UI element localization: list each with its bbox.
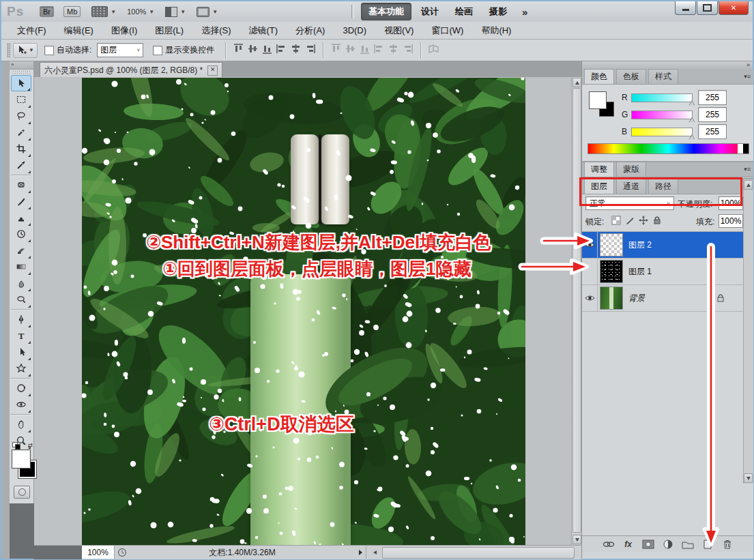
vertical-scroll-thumb[interactable] bbox=[572, 88, 581, 533]
layer-thumbnail[interactable] bbox=[600, 260, 623, 283]
rect-marquee-tool[interactable] bbox=[11, 91, 31, 108]
eraser-tool[interactable] bbox=[11, 242, 31, 259]
opacity-value[interactable]: 100% bbox=[719, 196, 743, 210]
layer-thumbnail[interactable] bbox=[600, 286, 623, 310]
horizontal-scroll-thumb[interactable] bbox=[382, 547, 575, 559]
hand-tool[interactable] bbox=[11, 416, 31, 432]
slider-thumb-icon[interactable] bbox=[689, 118, 695, 123]
menu-item-11[interactable]: 帮助(H) bbox=[472, 22, 520, 40]
view-extras-button[interactable]: ▼ bbox=[165, 7, 186, 17]
custom-shape-tool[interactable] bbox=[11, 360, 31, 377]
color-spectrum-ramp[interactable] bbox=[588, 143, 749, 154]
align-left-edges-button[interactable] bbox=[274, 43, 289, 57]
align-vertical-centers-button[interactable] bbox=[246, 43, 260, 57]
add-layer-mask-icon[interactable] bbox=[642, 539, 654, 550]
lock-transparency-icon[interactable] bbox=[611, 215, 622, 226]
collapse-tools-button[interactable]: » bbox=[10, 61, 33, 70]
menu-item-10[interactable]: 窗口(W) bbox=[422, 22, 472, 40]
grip-handle[interactable] bbox=[7, 43, 10, 58]
layers-tab-1[interactable]: 图层 bbox=[584, 179, 614, 194]
slider-thumb-icon[interactable] bbox=[689, 101, 695, 106]
channel-slider-g[interactable] bbox=[631, 110, 693, 119]
canvas-image[interactable]: ②Shift+Ctrl+N新建图层,并Alt+Del填充白色 ①回到图层面板，点… bbox=[82, 78, 525, 545]
layer-row-3[interactable]: 背景 bbox=[582, 285, 753, 312]
channel-slider-b[interactable] bbox=[631, 128, 693, 136]
lock-pixels-icon[interactable] bbox=[624, 215, 635, 226]
quick-mask-button[interactable] bbox=[14, 486, 30, 499]
foreground-color-swatch[interactable] bbox=[12, 450, 30, 468]
distribute-left-button[interactable] bbox=[372, 43, 386, 57]
foreground-color-swatch[interactable] bbox=[589, 91, 607, 109]
scroll-up-button[interactable] bbox=[744, 180, 753, 190]
rotate-3d-tool[interactable] bbox=[11, 380, 31, 396]
align-bottom-edges-button[interactable] bbox=[260, 43, 274, 57]
gradient-tool[interactable] bbox=[11, 259, 31, 275]
scroll-up-button[interactable] bbox=[572, 78, 581, 87]
restore-button[interactable] bbox=[697, 1, 718, 15]
adjust-tab-1[interactable]: 调整 bbox=[584, 162, 614, 177]
lasso-tool[interactable] bbox=[11, 108, 31, 124]
menu-item-5[interactable]: 选择(S) bbox=[192, 22, 240, 40]
eyedropper-tool[interactable] bbox=[11, 157, 31, 173]
move-tool[interactable] bbox=[11, 75, 31, 91]
color-tab-2[interactable]: 色板 bbox=[616, 69, 646, 84]
menu-item-4[interactable]: 图层(L) bbox=[146, 22, 192, 40]
pen-tool[interactable] bbox=[11, 311, 31, 327]
layer-thumbnail[interactable] bbox=[600, 233, 623, 256]
layers-scrollbar[interactable] bbox=[743, 179, 753, 484]
slider-thumb-icon[interactable] bbox=[689, 135, 695, 140]
auto-align-button[interactable] bbox=[426, 43, 441, 57]
auto-select-checkbox[interactable]: 自动选择: bbox=[44, 44, 91, 56]
channel-value-g[interactable] bbox=[698, 107, 727, 122]
close-tab-icon[interactable]: ✕ bbox=[207, 65, 218, 76]
status-zoom-field[interactable]: 100% bbox=[82, 546, 115, 559]
link-layers-icon[interactable] bbox=[603, 539, 615, 550]
lock-all-icon[interactable] bbox=[652, 215, 663, 226]
layer-visibility-toggle[interactable] bbox=[582, 285, 598, 311]
new-layer-icon[interactable] bbox=[701, 539, 714, 550]
scroll-left-button[interactable] bbox=[370, 547, 380, 557]
menu-item-7[interactable]: 分析(A) bbox=[287, 22, 334, 40]
menu-item-9[interactable]: 视图(V) bbox=[375, 22, 422, 40]
close-button[interactable]: ✕ bbox=[719, 1, 749, 15]
minimize-button[interactable] bbox=[675, 1, 696, 15]
history-brush-tool[interactable] bbox=[11, 226, 31, 242]
document-tab[interactable]: 六小灵童PS.psd @ 100% (图层 2, RGB/8) * ✕ bbox=[40, 62, 222, 78]
layer-visibility-toggle[interactable] bbox=[582, 232, 598, 258]
screen-mode-button[interactable]: ▼ bbox=[197, 7, 218, 17]
scroll-down-button[interactable] bbox=[744, 473, 753, 483]
color-tab-3[interactable]: 样式 bbox=[648, 69, 678, 84]
arrange-documents-button[interactable]: ▼ bbox=[91, 6, 116, 17]
bridge-button[interactable]: Br bbox=[40, 6, 54, 17]
grip-handle[interactable] bbox=[12, 70, 31, 74]
layer-row-2[interactable]: 图层 1 bbox=[582, 259, 753, 285]
workspace-button-1[interactable]: 基本功能 bbox=[361, 3, 411, 20]
layer-style-icon[interactable]: fx bbox=[622, 539, 635, 550]
workspace-button-3[interactable]: 绘画 bbox=[448, 3, 480, 20]
menu-item-3[interactable]: 图像(I) bbox=[102, 22, 146, 40]
align-right-edges-button[interactable] bbox=[303, 43, 317, 57]
canvas-viewport[interactable]: ②Shift+Ctrl+N新建图层,并Alt+Del填充白色 ①回到图层面板，点… bbox=[34, 77, 571, 545]
smudge-tool[interactable] bbox=[11, 275, 31, 291]
path-select-tool[interactable] bbox=[11, 344, 31, 360]
menu-item-8[interactable]: 3D(D) bbox=[334, 22, 375, 40]
delete-layer-icon[interactable] bbox=[721, 539, 734, 550]
align-horizontal-centers-button[interactable] bbox=[289, 43, 303, 57]
menu-item-6[interactable]: 滤镜(T) bbox=[240, 22, 287, 40]
brush-tool[interactable] bbox=[11, 193, 31, 209]
dodge-tool[interactable] bbox=[11, 291, 31, 308]
tool-preset-picker[interactable]: ▼ bbox=[13, 43, 38, 58]
adjustment-layer-icon[interactable] bbox=[662, 539, 674, 550]
panel-menu-icon[interactable]: ▾≡ bbox=[744, 166, 751, 173]
quick-select-tool[interactable] bbox=[11, 124, 31, 141]
blend-mode-dropdown[interactable]: 正常 ˅ bbox=[585, 196, 674, 210]
crop-tool[interactable] bbox=[11, 141, 31, 157]
zoom-level-dropdown[interactable]: 100% ▼ bbox=[127, 8, 154, 16]
layers-tab-2[interactable]: 通道 bbox=[616, 179, 646, 194]
layer-visibility-toggle[interactable] bbox=[582, 259, 598, 284]
color-tab-1[interactable]: 颜色 bbox=[584, 69, 614, 84]
status-flyout-button[interactable] bbox=[355, 546, 366, 559]
spot-healing-tool[interactable] bbox=[11, 177, 31, 193]
swap-colors-icon[interactable]: ⇄ bbox=[27, 442, 33, 449]
channel-slider-r[interactable] bbox=[631, 93, 693, 102]
